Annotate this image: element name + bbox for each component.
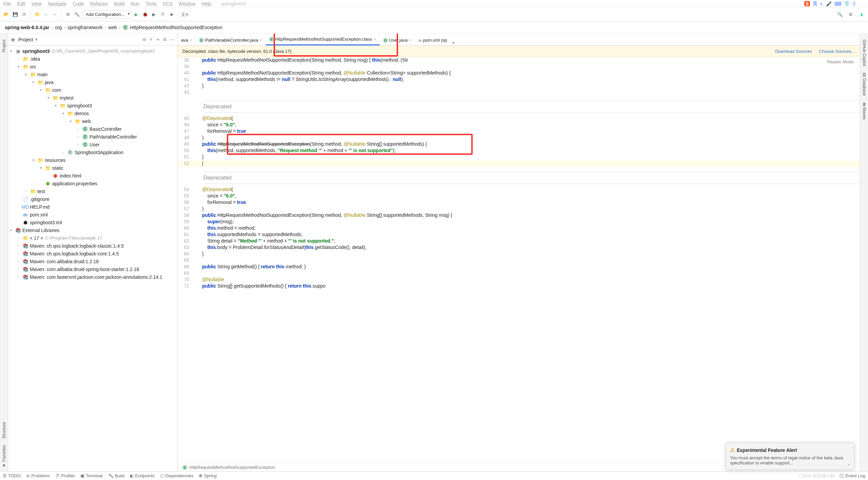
menu-help[interactable]: Help (202, 1, 212, 6)
ime-comma-icon[interactable]: ▪, (820, 1, 823, 6)
tree-pathvar[interactable]: ›CPathVariableController (8, 133, 177, 141)
crumb-sf[interactable]: springframework (67, 25, 102, 30)
gutter-maven[interactable]: m Maven (862, 103, 867, 120)
menu-build[interactable]: Build (114, 1, 124, 6)
tree-com[interactable]: ▾📁com (8, 86, 177, 94)
ime-mic-icon[interactable]: 🎤 (826, 1, 832, 6)
tree-main[interactable]: ▾📁main (8, 70, 177, 78)
download-sources-link[interactable]: Download Sources (775, 49, 812, 54)
tree-basic[interactable]: ›CBasicController (8, 125, 177, 133)
tree-app[interactable]: ›CSpringboot3Application (8, 148, 177, 156)
close-icon[interactable]: × (374, 37, 376, 42)
choose-sources-link[interactable]: Choose Sources... (819, 49, 855, 54)
status-profiler[interactable]: ⏱ Profiler (55, 473, 75, 478)
hide-icon[interactable]: — (170, 37, 175, 42)
close-icon[interactable]: × (409, 38, 411, 43)
tree-jdk[interactable]: ›📁< 17 >C:\Program Files\Java\jdk-17 (8, 234, 177, 242)
menu-edit[interactable]: Edit (17, 1, 25, 6)
make-icon[interactable]: ⚙ (64, 11, 72, 18)
back-icon[interactable]: ← (42, 11, 50, 18)
run-config-dropdown[interactable]: Add Configuration... (82, 11, 131, 18)
code-editor[interactable]: Reader Mode 36public HttpRequestMethodNo… (178, 57, 860, 463)
tree-m1[interactable]: ›📚Maven: ch.qos.logback:logback-classic:… (8, 242, 177, 250)
tree-gitignore[interactable]: 📄.gitignore (8, 195, 177, 203)
status-todo[interactable]: ☰ TODO (3, 473, 21, 478)
tree-static[interactable]: ▾📁static (8, 164, 177, 172)
folder-icon[interactable]: 📁 (34, 11, 41, 18)
status-deps[interactable]: ⬡ Dependencies (160, 473, 193, 478)
menu-view[interactable]: View (32, 1, 42, 6)
menu-window[interactable]: Window (179, 1, 196, 6)
tree-sb3[interactable]: ▾📁springboot3 (8, 102, 177, 109)
tree-java[interactable]: ▾📁java (8, 78, 177, 86)
run-icon[interactable]: ▶ (133, 11, 140, 18)
debug-icon[interactable]: 🐞 (141, 11, 149, 18)
tree-m3[interactable]: ›📚Maven: com.alibaba:druid:1.2.18 (8, 257, 177, 265)
chevron-down-icon[interactable]: ⌄ (847, 461, 851, 466)
stop-icon[interactable]: ■ (168, 11, 175, 18)
translate-icon[interactable]: 文A (181, 11, 189, 18)
tab-pathvar[interactable]: CPathVariableController.java× (196, 35, 266, 45)
status-problems[interactable]: ⊘ Problems (26, 473, 50, 478)
tab-pom[interactable]: mpom.xml (sp (415, 35, 451, 45)
tree-m5[interactable]: ›📚Maven: com.fasterxml.jackson.core:jack… (8, 273, 177, 281)
settings-icon[interactable]: ⚙ (847, 11, 854, 18)
status-terminal[interactable]: ▣ Terminal (80, 473, 102, 478)
tree-appprops[interactable]: ⬢application.properties (8, 180, 177, 187)
tree-pom[interactable]: mpom.xml (8, 211, 177, 218)
menu-code[interactable]: Code (73, 1, 84, 6)
editor-breadcrumb-text[interactable]: HttpRequestMethodNotSupportedException (189, 465, 275, 470)
gutter-copilot[interactable]: GitHub Copilot (862, 40, 867, 66)
forward-icon[interactable]: → (51, 11, 59, 18)
tree-demos[interactable]: ▾📁demos (8, 109, 177, 117)
tree-user[interactable]: ›CUser (8, 141, 177, 148)
crumb-web[interactable]: web (108, 25, 117, 30)
tab-user[interactable]: CUser.java× (380, 35, 415, 45)
tree-src[interactable]: ▾📁src (8, 63, 177, 70)
tree-m2[interactable]: ›📚Maven: ch.qos.logback:logback-core:1.4… (8, 250, 177, 257)
ide-icon[interactable]: ◗ (858, 11, 865, 18)
tree-web[interactable]: ▾📁web (8, 117, 177, 125)
save-icon[interactable]: 💾 (12, 11, 19, 18)
tabs-more-icon[interactable]: ▾ (452, 40, 455, 45)
sync-icon[interactable]: ⟳ (20, 11, 28, 18)
menu-vcs[interactable]: VCS (163, 1, 173, 6)
tab-exception[interactable]: CHttpRequestMethodNotSupportedException.… (266, 34, 380, 45)
select-opened-icon[interactable]: ⊕ (142, 37, 146, 42)
menu-refactor[interactable]: Refactor (90, 1, 108, 6)
menu-file[interactable]: File (3, 1, 11, 6)
gutter-project[interactable]: Project (2, 40, 6, 52)
profile-icon[interactable]: ⏱ (159, 11, 166, 18)
sogou-icon[interactable]: S (804, 1, 810, 6)
tree-resources[interactable]: ▾📁resources (8, 156, 177, 164)
tree-idea[interactable]: ›📁.idea (8, 55, 177, 63)
close-icon[interactable]: × (260, 38, 262, 43)
gutter-structure[interactable]: Structure (2, 422, 6, 439)
crumb-class[interactable]: HttpRequestMethodNotSupportedException (130, 25, 222, 30)
reader-mode-label[interactable]: Reader Mode (827, 59, 854, 64)
ime-keyboard-icon[interactable]: ⌨ (834, 1, 841, 6)
status-endpoints[interactable]: ◐ Endpoints (130, 473, 155, 478)
tree-iml[interactable]: ⬢springboot3.iml (8, 218, 177, 226)
tab-prev[interactable]: ava× (178, 35, 196, 45)
tree-root[interactable]: ▾▣springboot3D:\05_Course\03_OpenProject… (8, 47, 177, 55)
menu-navigate[interactable]: Navigate (48, 1, 66, 6)
tree-mytest[interactable]: ▾📁mytest (8, 94, 177, 102)
gear-icon[interactable]: ⚙ (163, 37, 167, 42)
project-tree[interactable]: ▾▣springboot3D:\05_Course\03_OpenProject… (8, 46, 177, 471)
collapse-all-icon[interactable]: ⇥ (156, 37, 159, 42)
ime-tools-icon[interactable]: ⠿ (852, 1, 856, 6)
status-eventlog[interactable]: ⓘ Event Log (840, 473, 865, 479)
coverage-icon[interactable]: ▶ (150, 11, 158, 18)
ime-lang[interactable]: 英 (813, 1, 817, 7)
close-icon[interactable]: × (190, 38, 192, 43)
status-build[interactable]: 🔨 Build (108, 473, 125, 478)
status-spring[interactable]: ❇ Spring (199, 473, 217, 478)
menu-run[interactable]: Run (131, 1, 140, 6)
crumb-org[interactable]: org (55, 25, 62, 30)
tree-test[interactable]: ›📁test (8, 187, 177, 195)
expand-all-icon[interactable]: ≡ (150, 37, 152, 42)
ime-skin-icon[interactable]: 👕 (844, 1, 850, 6)
search-icon[interactable]: 🔍 (836, 11, 844, 18)
menu-tools[interactable]: Tools (145, 1, 157, 6)
